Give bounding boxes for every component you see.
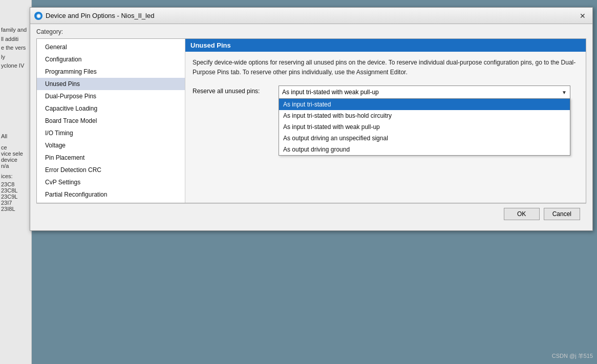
cancel-button[interactable]: Cancel	[544, 208, 580, 220]
nav-item-unused-pins[interactable]: Unused Pins	[37, 78, 185, 90]
bg-na: n/a	[1, 163, 31, 169]
bg-label-5: yclone IV	[1, 61, 31, 71]
content-area: General Configuration Programming Files …	[36, 38, 586, 203]
dropdown-selected-text: As input tri-stated with weak pull-up	[282, 89, 379, 96]
close-button[interactable]: ✕	[577, 10, 588, 22]
title-bar-left: ◉ Device and Pin Options - Nios_II_led	[34, 12, 154, 20]
dialog-icon: ◉	[34, 12, 42, 20]
reserve-row: Reserve all unused pins: As input tri-st…	[193, 85, 579, 99]
nav-item-capacitive-loading[interactable]: Capacitive Loading	[37, 102, 185, 115]
bg-label-2: ll additi	[1, 35, 31, 44]
dropdown-option-1[interactable]: As input tri-stated with bus-hold circui…	[279, 110, 570, 121]
nav-item-error-detection-crc[interactable]: Error Detection CRC	[37, 164, 185, 176]
ok-button[interactable]: OK	[504, 208, 540, 220]
bg-all: All	[1, 133, 31, 139]
description-text: Specify device-wide options for reservin…	[193, 58, 579, 77]
dialog-body: Category: General Configuration Programm…	[30, 24, 592, 230]
dropdown-option-2[interactable]: As input tri-stated with weak pull-up	[279, 121, 570, 133]
watermark: CSDN @j 羊515	[552, 352, 593, 360]
background-panel: family and ll additi e the vers ly yclon…	[0, 0, 32, 364]
bg-device-items: All ce vice sele device n/a ices: 23C8 2…	[1, 133, 31, 212]
nav-item-voltage[interactable]: Voltage	[37, 139, 185, 152]
bg-dev-2: 23C8L	[1, 187, 31, 194]
reserve-label: Reserve all unused pins:	[193, 85, 274, 95]
bg-dev-4: 23I7	[1, 200, 31, 206]
bg-side-text: family and ll additi e the vers ly yclon…	[1, 26, 31, 71]
dialog-title: Device and Pin Options - Nios_II_led	[46, 12, 154, 19]
bottom-bar: OK Cancel	[36, 203, 586, 224]
main-dialog: ◉ Device and Pin Options - Nios_II_led ✕…	[30, 7, 593, 231]
bg-ce: ce	[1, 144, 31, 151]
bg-vicesele: vice sele	[1, 151, 31, 157]
nav-item-programming-files[interactable]: Programming Files	[37, 66, 185, 78]
bg-dev-5: 23I8L	[1, 206, 31, 212]
right-panel: Unused Pins Specify device-wide options …	[185, 39, 586, 203]
bg-dev-3: 23C9L	[1, 194, 31, 200]
bg-label-1: family and	[1, 26, 31, 35]
title-bar: ◉ Device and Pin Options - Nios_II_led ✕	[30, 8, 592, 24]
chevron-down-icon: ▼	[562, 90, 567, 95]
dropdown-option-3[interactable]: As output driving an unspecified signal	[279, 133, 570, 144]
dropdown-option-0[interactable]: As input tri-stated	[279, 99, 570, 110]
bg-dev-1: 23C8	[1, 181, 31, 187]
nav-item-configuration[interactable]: Configuration	[37, 53, 185, 66]
bg-device: device	[1, 157, 31, 163]
bg-ices: ices:	[1, 173, 31, 179]
dropdown-selected[interactable]: As input tri-stated with weak pull-up ▼	[279, 85, 570, 99]
section-header: Unused Pins	[185, 39, 586, 52]
nav-item-partial-reconfiguration[interactable]: Partial Reconfiguration	[37, 188, 185, 201]
dropdown-container: As input tri-stated with weak pull-up ▼ …	[279, 85, 570, 99]
nav-item-cvp-settings[interactable]: CvP Settings	[37, 176, 185, 188]
nav-item-dual-purpose-pins[interactable]: Dual-Purpose Pins	[37, 90, 185, 102]
left-nav: General Configuration Programming Files …	[37, 39, 185, 203]
category-label: Category:	[36, 28, 586, 35]
dropdown-list: As input tri-stated As input tri-stated …	[279, 98, 570, 156]
bg-label-3: e the vers	[1, 44, 31, 53]
dropdown-option-4[interactable]: As output driving ground	[279, 144, 570, 155]
section-body: Specify device-wide options for reservin…	[185, 52, 586, 203]
nav-item-pin-placement[interactable]: Pin Placement	[37, 152, 185, 164]
bg-label-4: ly	[1, 53, 31, 62]
nav-item-io-timing[interactable]: I/O Timing	[37, 127, 185, 139]
nav-item-board-trace-model[interactable]: Board Trace Model	[37, 115, 185, 127]
nav-item-general[interactable]: General	[37, 41, 185, 53]
